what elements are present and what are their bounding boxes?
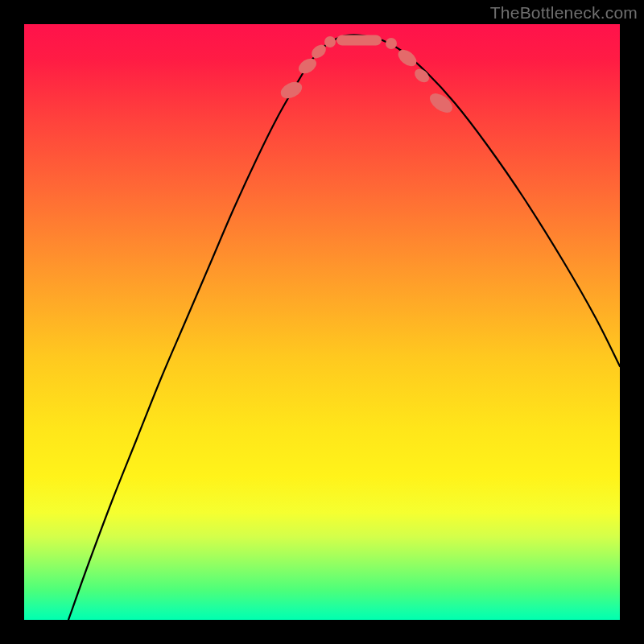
- marker-bar: [336, 35, 382, 46]
- marker-pill: [427, 89, 456, 116]
- marker-pill: [278, 79, 304, 101]
- curve-svg: [24, 24, 620, 620]
- marker-pill: [296, 56, 320, 76]
- marker-dot: [386, 38, 397, 49]
- marker-dot: [324, 36, 336, 47]
- watermark-text: TheBottleneck.com: [490, 3, 638, 23]
- plot-area: [24, 24, 620, 620]
- chart-frame: TheBottleneck.com: [0, 0, 644, 644]
- bottleneck-curve: [68, 35, 620, 620]
